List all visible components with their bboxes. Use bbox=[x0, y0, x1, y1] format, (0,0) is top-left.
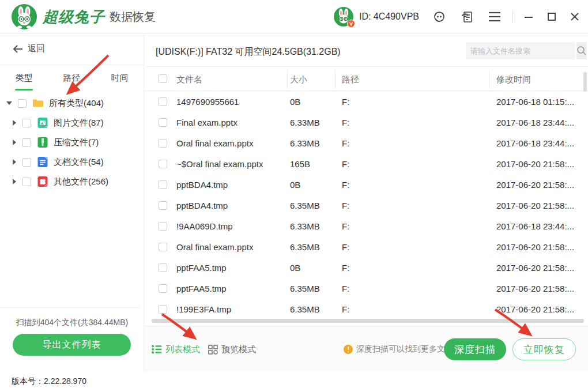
tree-checkbox[interactable] bbox=[22, 158, 31, 167]
column-header-size[interactable]: 大小 bbox=[290, 67, 307, 92]
cell-modified: 2017-06-20 21:58:... bbox=[496, 175, 574, 195]
tab-type[interactable]: 类型 bbox=[0, 65, 48, 92]
column-divider bbox=[287, 70, 288, 88]
row-checkbox[interactable] bbox=[159, 118, 167, 127]
search-input[interactable] bbox=[466, 42, 576, 59]
cell-size: 0B bbox=[290, 92, 300, 112]
cell-modified: 2017-06-20 21:58:... bbox=[496, 258, 574, 278]
table-row[interactable]: Oral final exam.pptx6.33MBF:2017-06-18 2… bbox=[145, 133, 588, 154]
maximize-button[interactable] bbox=[544, 9, 559, 24]
table-row[interactable]: !9AA069D.tmp6.33MBF:2017-06-18 23:44:... bbox=[145, 216, 588, 237]
row-checkbox[interactable] bbox=[159, 160, 167, 168]
back-button[interactable]: 返回 bbox=[13, 43, 45, 54]
folder-icon bbox=[32, 97, 44, 109]
cell-size: 165B bbox=[290, 154, 310, 175]
drive-title: [UDISK(F:)] FAT32 可用空间24.5GB(31.2GB) bbox=[156, 46, 341, 58]
list-mode-toggle[interactable]: 列表模式 bbox=[152, 344, 200, 355]
row-checkbox[interactable] bbox=[159, 263, 167, 272]
preview-mode-toggle[interactable]: 预览模式 bbox=[208, 344, 256, 355]
cell-filename: pptFAA5.tmp bbox=[176, 258, 227, 278]
tree-item-others[interactable]: 其他文件(256) bbox=[0, 172, 144, 191]
caret-right-icon[interactable] bbox=[10, 119, 17, 126]
horizontal-scrollbar[interactable] bbox=[152, 319, 584, 323]
caret-right-icon[interactable] bbox=[10, 178, 17, 185]
column-divider bbox=[335, 70, 336, 88]
row-checkbox[interactable] bbox=[159, 243, 167, 251]
export-file-list-button[interactable]: 导出文件列表 bbox=[13, 334, 131, 356]
row-checkbox[interactable] bbox=[159, 222, 167, 231]
row-checkbox[interactable] bbox=[159, 201, 167, 210]
row-checkbox[interactable] bbox=[159, 284, 167, 293]
table-row[interactable]: pptFAA5.tmp0BF:2017-06-20 21:58:... bbox=[145, 258, 588, 278]
table-row[interactable]: !199E3FA.tmp6.35MBF:2017-06-20 21:58:... bbox=[145, 299, 588, 320]
tree-checkbox[interactable] bbox=[22, 119, 31, 127]
table-row[interactable]: Final exam.pptx6.33MBF:2017-06-18 23:44:… bbox=[145, 112, 588, 133]
tab-path[interactable]: 路径 bbox=[48, 65, 96, 92]
row-checkbox[interactable] bbox=[159, 305, 167, 314]
tree-item-documents[interactable]: 文档文件(54) bbox=[0, 152, 144, 172]
cell-filename: !9AA069D.tmp bbox=[176, 216, 233, 237]
vertical-scrollbar[interactable] bbox=[583, 72, 587, 92]
close-button[interactable] bbox=[567, 9, 582, 24]
cell-filename: ~$Oral final exam.pptx bbox=[176, 154, 263, 175]
tree-checkbox[interactable] bbox=[18, 99, 27, 108]
row-checkbox[interactable] bbox=[159, 97, 167, 106]
minimize-button[interactable] bbox=[521, 9, 536, 24]
tab-time[interactable]: 时间 bbox=[96, 65, 144, 92]
deep-scan-button[interactable]: 深度扫描 bbox=[444, 338, 506, 360]
column-header-modified[interactable]: 修改时间 bbox=[496, 67, 531, 92]
tab-time-label: 时间 bbox=[111, 73, 129, 82]
column-header-filename[interactable]: 文件名 bbox=[176, 67, 202, 92]
tree-item-archives[interactable]: 压缩文件(7) bbox=[0, 133, 144, 152]
view-mode-group: 列表模式 预览模式 bbox=[152, 326, 256, 372]
support-headset-icon[interactable] bbox=[432, 9, 447, 24]
cell-path: F: bbox=[342, 216, 349, 237]
select-all-checkbox[interactable] bbox=[159, 74, 167, 83]
table-row[interactable]: pptFAA5.tmp6.35MBF:2017-06-20 21:58:... bbox=[145, 278, 588, 299]
caret-down-icon[interactable] bbox=[6, 100, 13, 107]
cell-path: F: bbox=[342, 278, 349, 299]
table-row[interactable]: pptBDA4.tmp6.35MBF:2017-06-20 21:58:... bbox=[145, 195, 588, 216]
table-row[interactable]: pptBDA4.tmp0BF:2017-06-20 21:58:... bbox=[145, 175, 588, 195]
table-row[interactable]: 14976909556610BF:2017-06-18 01:15:... bbox=[145, 92, 588, 112]
row-checkbox[interactable] bbox=[159, 139, 167, 148]
cell-size: 0B bbox=[290, 175, 300, 195]
cell-modified: 2017-06-20 21:58:... bbox=[496, 278, 574, 299]
menu-icon[interactable] bbox=[487, 9, 502, 24]
cell-filename: pptFAA5.tmp bbox=[176, 278, 227, 299]
active-tab-underline bbox=[15, 89, 33, 91]
cell-size: 6.33MB bbox=[290, 112, 320, 133]
cell-modified: 2017-06-20 21:58:... bbox=[496, 237, 574, 258]
feedback-icon[interactable] bbox=[459, 9, 474, 24]
preview-mode-label: 预览模式 bbox=[221, 344, 256, 355]
vip-badge-icon bbox=[347, 20, 355, 28]
caret-right-icon[interactable] bbox=[10, 159, 17, 165]
column-header-path[interactable]: 路径 bbox=[342, 67, 359, 92]
title-bar-controls: ID: 4C490VPB bbox=[334, 0, 582, 33]
version-label: 版本号：2.22.28.970 bbox=[12, 376, 86, 387]
search-icon[interactable] bbox=[576, 42, 587, 59]
table-header: 文件名 大小 路径 修改时间 bbox=[145, 66, 588, 91]
recover-now-button[interactable]: 立即恢复 bbox=[512, 338, 576, 360]
cell-modified: 2017-06-20 21:58:... bbox=[496, 299, 574, 320]
list-mode-icon bbox=[152, 345, 162, 354]
table-row[interactable]: ~$Oral final exam.pptx165BF:2017-06-20 2… bbox=[145, 154, 588, 175]
cell-modified: 2017-06-18 23:44:... bbox=[496, 216, 574, 237]
user-avatar[interactable] bbox=[334, 7, 353, 27]
app-window: 超级兔子 数据恢复 ID: 4C49 bbox=[0, 0, 588, 392]
cell-modified: 2017-06-18 23:44:... bbox=[496, 133, 574, 154]
warning-icon bbox=[344, 345, 353, 354]
tree-checkbox[interactable] bbox=[22, 178, 31, 186]
table-row[interactable]: Oral final exam.pptx6.35MBF:2017-06-20 2… bbox=[145, 237, 588, 258]
brand-area: 超级兔子 数据恢复 bbox=[12, 0, 156, 33]
sidebar: 返回 类型 路径 时间 bbox=[0, 34, 144, 372]
row-checkbox[interactable] bbox=[159, 180, 167, 189]
tree-item-images[interactable]: 图片文件(87) bbox=[0, 113, 144, 133]
tree-item-all-types[interactable]: 所有类型(404) bbox=[0, 93, 144, 113]
tree-item-label: 压缩文件(7) bbox=[54, 137, 99, 148]
cell-path: F: bbox=[342, 92, 349, 112]
caret-right-icon[interactable] bbox=[10, 139, 17, 146]
tree-checkbox[interactable] bbox=[22, 138, 31, 147]
main-panel: [UDISK(F:)] FAT32 可用空间24.5GB(31.2GB) 文件名… bbox=[145, 34, 588, 372]
user-id-label: ID: 4C490VPB bbox=[359, 12, 419, 22]
